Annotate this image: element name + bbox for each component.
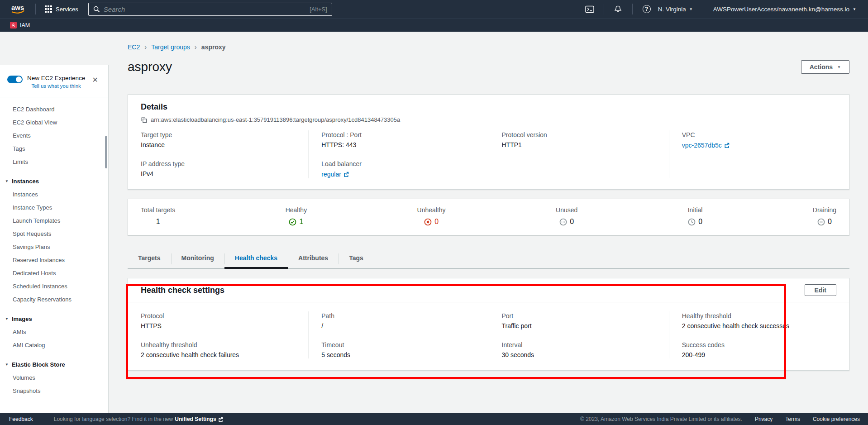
x-circle-icon — [424, 218, 432, 226]
sidebar-section-instances[interactable]: ▼ Instances — [0, 175, 108, 188]
field-label: Healthy threshold — [682, 312, 836, 320]
field-label: Unhealthy threshold — [141, 341, 296, 349]
tab-targets[interactable]: Targets — [128, 249, 171, 268]
sidebar-item-ami-catalog[interactable]: AMI Catalog — [0, 339, 108, 352]
health-check-settings-title: Health check settings — [141, 286, 224, 295]
sidebar-item-amis[interactable]: AMIs — [0, 325, 108, 339]
sidebar-item-volumes[interactable]: Volumes — [0, 371, 108, 384]
chevron-down-icon: ▼ — [837, 65, 841, 69]
breadcrumb-separator-icon: › — [195, 43, 197, 51]
sidebar-scrollbar[interactable] — [105, 136, 107, 168]
health-protocol-value: HTTPS — [141, 322, 296, 329]
stat-total-targets: Total targets 1 — [141, 206, 175, 226]
global-search[interactable]: [Alt+S] — [88, 3, 332, 16]
sidebar-item-savings-plans[interactable]: Savings Plans — [0, 240, 108, 253]
sidebar-section-images[interactable]: ▼ Images — [0, 312, 108, 325]
close-icon[interactable]: ✕ — [92, 76, 98, 84]
help-button[interactable]: ? — [639, 3, 654, 15]
field-label: Target type — [141, 131, 296, 138]
top-navigation-bar: aws Services [Alt+S] — [0, 0, 868, 18]
aws-logo[interactable]: aws — [10, 3, 27, 15]
search-input[interactable] — [104, 5, 306, 13]
details-grid: Target type Instance IP address type IPv… — [128, 130, 849, 178]
feedback-button[interactable]: Feedback — [9, 416, 33, 422]
nav-divider — [703, 4, 703, 14]
copy-icon[interactable] — [141, 117, 147, 123]
terms-link[interactable]: Terms — [785, 416, 800, 422]
new-experience-toggle[interactable] — [7, 76, 23, 83]
account-menu[interactable]: AWSPowerUserAccess/navaneeth.kn@harness.… — [710, 6, 860, 13]
target-group-arn: arn:aws:elasticloadbalancing:us-east-1:3… — [151, 116, 400, 123]
check-circle-icon — [289, 218, 296, 226]
recent-service-iam[interactable]: IAM — [10, 22, 30, 29]
help-icon: ? — [643, 5, 651, 13]
sidebar-item-spot-requests[interactable]: Spot Requests — [0, 227, 108, 240]
stat-unused: Unused 0 — [556, 206, 577, 226]
health-path-value: / — [321, 322, 476, 329]
edit-button[interactable]: Edit — [805, 284, 836, 296]
sidebar-item-instances[interactable]: Instances — [0, 188, 108, 201]
protocol-port-value: HTTPS: 443 — [321, 141, 476, 148]
details-card: Details arn:aws:elasticloadbalancing:us-… — [128, 94, 849, 190]
field-label: Path — [321, 312, 476, 320]
unhealthy-threshold-value: 2 consecutive health check failures — [141, 351, 296, 358]
copyright-text: © 2023, Amazon Web Services India Privat… — [580, 416, 742, 422]
notifications-button[interactable] — [610, 3, 626, 15]
svg-text:aws: aws — [11, 4, 24, 11]
tab-tags[interactable]: Tags — [339, 249, 374, 268]
recent-service-label: IAM — [20, 22, 30, 29]
sidebar-item-events[interactable]: Events — [0, 129, 108, 142]
page-header: asproxy Actions ▼ — [128, 60, 849, 74]
field-label: Timeout — [321, 341, 476, 349]
cookie-preferences-link[interactable]: Cookie preferences — [813, 416, 860, 422]
field-label: Protocol version — [502, 131, 656, 138]
tab-attributes[interactable]: Attributes — [288, 249, 339, 268]
tab-monitoring[interactable]: Monitoring — [171, 249, 224, 268]
region-selector[interactable]: N. Virginia ▼ — [654, 6, 696, 13]
account-label: AWSPowerUserAccess/navaneeth.kn@harness.… — [713, 6, 849, 13]
sidebar-item-reserved-instances[interactable]: Reserved Instances — [0, 253, 108, 267]
breadcrumb-target-groups[interactable]: Target groups — [151, 43, 190, 51]
sidebar-item-limits[interactable]: Limits — [0, 155, 108, 168]
sidebar-item-instance-types[interactable]: Instance Types — [0, 201, 108, 214]
load-balancer-link[interactable]: regular — [321, 171, 349, 178]
services-menu-button[interactable]: Services — [42, 4, 81, 14]
tab-health-checks[interactable]: Health checks — [224, 249, 288, 268]
sidebar-item-ec2-global-view[interactable]: EC2 Global View — [0, 116, 108, 129]
field-label: VPC — [682, 131, 836, 138]
services-grid-icon — [45, 5, 52, 13]
external-link-icon — [343, 172, 349, 177]
ip-address-type-value: IPv4 — [141, 170, 296, 177]
healthy-threshold-value: 2 consecutive health check successes — [682, 322, 836, 329]
field-label: Protocol — [141, 312, 296, 320]
triangle-down-icon: ▼ — [5, 312, 9, 325]
sidebar-item-snapshots[interactable]: Snapshots — [0, 384, 108, 397]
nav-divider — [35, 4, 36, 14]
ellipsis-circle-icon — [559, 218, 567, 226]
sidebar-item-dedicated-hosts[interactable]: Dedicated Hosts — [0, 267, 108, 280]
success-codes-value: 200-499 — [682, 351, 836, 358]
sidebar-item-scheduled-instances[interactable]: Scheduled Instances — [0, 280, 108, 293]
cloudshell-button[interactable] — [582, 3, 597, 15]
iam-service-icon — [10, 22, 17, 29]
aws-logo-icon: aws — [10, 3, 27, 15]
language-selection-note: Looking for language selection? Find it … — [54, 416, 223, 422]
sidebar-item-capacity-reservations[interactable]: Capacity Reservations — [0, 293, 108, 306]
sidebar-divider — [0, 97, 108, 97]
stat-initial: Initial 0 — [688, 206, 703, 226]
feedback-link[interactable]: Tell us what you think — [27, 83, 85, 89]
sidebar: New EC2 Experience Tell us what you thin… — [0, 32, 109, 413]
page-title: asproxy — [128, 60, 172, 74]
sidebar-item-tags[interactable]: Tags — [0, 142, 108, 155]
sidebar-item-ec2-dashboard[interactable]: EC2 Dashboard — [0, 103, 108, 116]
content-area: EC2 › Target groups › asproxy asproxy Ac… — [109, 32, 868, 413]
unified-settings-link[interactable]: Unified Settings — [175, 416, 223, 422]
field-label: IP address type — [141, 160, 296, 167]
privacy-link[interactable]: Privacy — [755, 416, 773, 422]
breadcrumb-ec2[interactable]: EC2 — [128, 43, 140, 51]
sidebar-item-launch-templates[interactable]: Launch Templates — [0, 214, 108, 227]
vpc-link[interactable]: vpc-2657db5c — [682, 142, 730, 149]
sidebar-section-elastic-block-store[interactable]: ▼ Elastic Block Store — [0, 358, 108, 371]
actions-button[interactable]: Actions ▼ — [801, 60, 849, 74]
sidebar-panel: New EC2 Experience Tell us what you thin… — [0, 65, 109, 413]
